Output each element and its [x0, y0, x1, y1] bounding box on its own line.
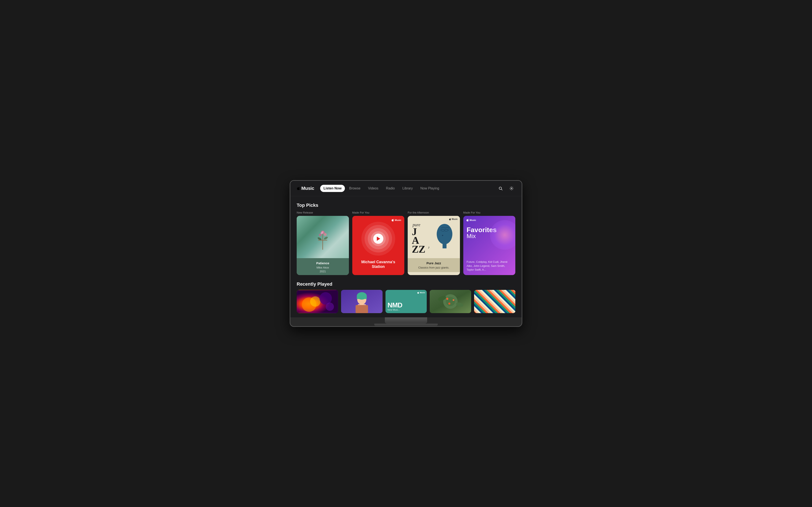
svg-line-1 [501, 189, 503, 190]
patience-title: Patience [300, 261, 346, 265]
card-wrapper-patience: New Release [297, 211, 349, 275]
nmd-music-label: Music [420, 291, 425, 294]
card-patience[interactable]: Patience Mike Akox 2021 [297, 216, 349, 275]
search-button[interactable] [497, 184, 504, 192]
jazz-image-area: Music pure J [408, 216, 460, 258]
card-jazz[interactable]: Music pure J [408, 216, 460, 275]
card-label-jazz: For the Afternoon [408, 211, 460, 214]
nav-item-videos[interactable]: Videos [365, 185, 382, 192]
apple-music-icon-favorites [466, 219, 469, 221]
apple-logo-icon [297, 187, 300, 190]
jazz-subtitle: Classics from jazz giants. [411, 266, 457, 269]
card-label-favorites: Made For You [463, 211, 516, 214]
tv-stand [385, 317, 427, 324]
nav-item-library[interactable]: Library [399, 185, 416, 192]
recent-card-2[interactable] [341, 290, 383, 313]
patience-image [297, 216, 349, 258]
svg-point-38 [448, 302, 450, 305]
favorites-music-label: Music [470, 219, 476, 221]
card-wrapper-favorites: Made For You Music Fav [463, 211, 516, 275]
patience-year: 2021 [300, 270, 346, 273]
nav-item-listen-now[interactable]: Listen Now [320, 185, 345, 192]
station-music-label: Music [395, 219, 401, 221]
patience-artwork [314, 224, 331, 250]
radio-circles [361, 222, 395, 256]
jazz-artwork: pure J A ZZ [410, 218, 457, 256]
music-logo-text: Music [301, 186, 314, 191]
card-wrapper-jazz: For the Afternoon Music [408, 211, 460, 275]
apple-music-icon-jazz [449, 218, 451, 220]
tv-base [374, 324, 438, 326]
nav-item-now-playing[interactable]: Now Playing [417, 185, 443, 192]
svg-point-2 [511, 188, 512, 189]
recent-cards-row: Music NMD New Musi... [297, 290, 515, 313]
nav-bar: Music Listen Now Browse Videos Radio Lib… [290, 181, 522, 196]
jazz-music-label: Music [452, 218, 458, 220]
jazz-info: Pure Jazz Classics from jazz giants. [408, 258, 460, 272]
favorites-artists: Future, Coldplay, Kid Cudi, Jhené Aiko, … [467, 260, 512, 272]
nav-item-radio[interactable]: Radio [383, 185, 398, 192]
recently-played-title: Recently Played [297, 281, 515, 287]
tv-container: Music Listen Now Browse Videos Radio Lib… [290, 180, 522, 327]
svg-point-11 [324, 236, 328, 240]
jazz-apple-badge: Music [449, 218, 458, 220]
station-info: Michael Cavanna's Station [352, 260, 405, 269]
nav-icons [497, 184, 515, 192]
card-station[interactable]: Music [352, 216, 405, 275]
settings-button[interactable] [508, 184, 515, 192]
card-wrapper-station: Made For You Music [352, 211, 405, 275]
apple-music-icon-nmd [417, 292, 419, 294]
recently-played-section: Recently Played [297, 281, 515, 313]
svg-point-18 [437, 224, 452, 244]
recent-artwork-1 [297, 290, 338, 313]
card-label-station: Made For You [352, 211, 405, 214]
top-picks-title: Top Picks [297, 203, 515, 208]
svg-rect-30 [357, 296, 367, 299]
svg-text:♪: ♪ [428, 245, 429, 249]
play-button[interactable] [373, 234, 384, 244]
svg-text:ZZ: ZZ [412, 243, 425, 255]
colorful-pattern [474, 290, 515, 313]
nmd-subtitle: New Musi... [388, 308, 400, 311]
top-picks-cards-row: New Release [297, 211, 515, 275]
svg-point-26 [326, 302, 334, 311]
recent-card-1[interactable] [297, 290, 338, 313]
station-apple-badge: Music [391, 219, 401, 221]
station-name: Michael Cavanna's Station [356, 260, 401, 269]
svg-rect-32 [355, 305, 368, 313]
favorites-apple-badge: Music [466, 219, 476, 221]
card-favorites[interactable]: Music Favorites Mix Future, Coldplay, Ki… [463, 216, 516, 275]
svg-point-24 [310, 296, 321, 307]
nav-items: Listen Now Browse Videos Radio Library N… [320, 185, 495, 192]
nav-item-browse[interactable]: Browse [346, 185, 364, 192]
apple-music-logo: Music [297, 186, 314, 191]
recent-card-4[interactable] [430, 290, 471, 313]
play-triangle [377, 237, 380, 241]
svg-point-19 [442, 235, 443, 236]
patience-info: Patience Mike Akox 2021 [297, 258, 349, 275]
patience-artist: Mike Akox [300, 266, 346, 269]
apple-music-icon-station [391, 219, 394, 221]
svg-point-9 [321, 232, 323, 234]
card-label-patience: New Release [297, 211, 349, 214]
recent-card-5[interactable] [474, 290, 515, 313]
recent-artwork-4 [430, 290, 471, 313]
top-picks-section: Top Picks New Release [297, 203, 515, 275]
search-icon [499, 186, 503, 190]
tv-screen: Music Listen Now Browse Videos Radio Lib… [290, 181, 522, 317]
recent-artwork-2 [341, 290, 383, 313]
recent-card-3[interactable]: Music NMD New Musi... [386, 290, 427, 313]
nmd-apple-badge: Music [417, 291, 425, 294]
main-content: Top Picks New Release [290, 196, 522, 317]
svg-point-10 [323, 232, 325, 234]
tv-frame: Music Listen Now Browse Videos Radio Lib… [290, 180, 522, 327]
svg-point-37 [453, 299, 454, 301]
settings-icon [509, 186, 514, 190]
jazz-title: Pure Jazz [411, 261, 457, 265]
svg-point-36 [446, 298, 449, 300]
svg-rect-20 [443, 243, 447, 248]
nmd-text: NMD [388, 302, 402, 308]
